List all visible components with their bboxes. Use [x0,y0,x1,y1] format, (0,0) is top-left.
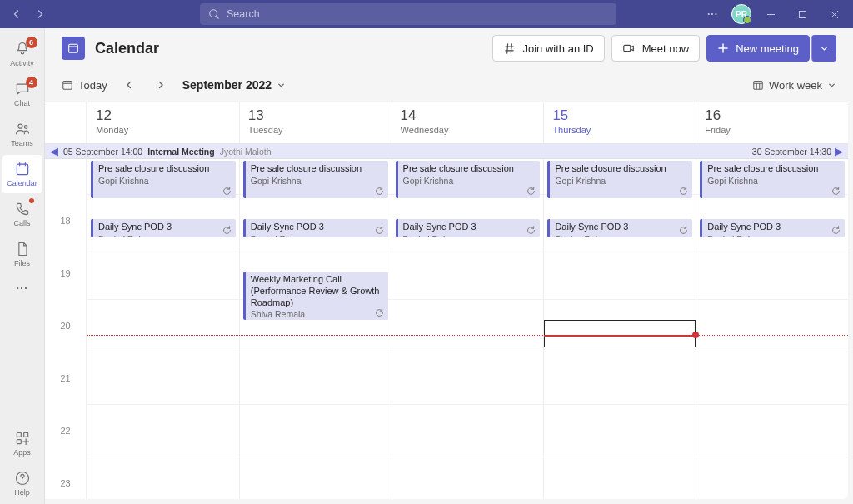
sidebar-item-label: Chat [14,99,30,107]
svg-rect-12 [754,82,763,90]
svg-rect-6 [23,432,27,437]
view-select[interactable]: Work week [752,79,836,92]
calendar-event[interactable]: Daily Sync POD 3Pankaj Rai [243,219,388,237]
maximize-button[interactable] [790,2,815,27]
app-sidebar: Activity 6 Chat 4 Teams Calendar Calls F… [0,28,45,504]
sidebar-item-label: Help [14,488,30,497]
titlebar: ··· PR [0,0,853,28]
search-input[interactable] [227,8,608,20]
day-header[interactable]: 13Tuesday [239,102,392,143]
day-column[interactable]: Pre sale closure discussionGopi Krishna … [696,159,848,499]
sidebar-item-calls[interactable]: Calls [2,195,42,233]
day-header[interactable]: 12Monday [87,102,239,143]
recurring-icon [375,187,384,196]
banner-prev-title[interactable]: Internal Meeting [147,147,215,157]
day-header[interactable]: 14Wednesday [392,102,544,143]
sidebar-item-calendar[interactable]: Calendar [2,155,42,193]
svg-rect-9 [69,44,78,52]
recurring-banner: ◀ 05 September 14:00 Internal Meeting Jy… [45,144,848,159]
banner-prev-button[interactable]: ◀ [50,146,58,157]
svg-rect-11 [63,82,72,90]
chevron-down-icon [277,81,286,90]
calendar-app-icon [62,37,85,60]
help-icon [14,470,31,487]
notification-badge: 6 [26,37,37,48]
recurring-icon [222,226,232,235]
calendar-today-icon [62,79,73,91]
sidebar-item-label: Activity [10,59,34,67]
sidebar-item-label: Calls [13,219,30,227]
hour-label: 23 [45,457,87,499]
file-icon [14,241,31,257]
plus-icon [717,42,729,54]
calendar-event[interactable]: Pre sale closure discussionGopi Krishna [91,161,236,198]
selected-time-slot[interactable] [544,320,696,347]
recurring-icon [375,226,384,235]
sidebar-item-teams[interactable]: Teams [2,115,42,153]
calendar-event[interactable]: Daily Sync POD 3Pankaj Rai [547,219,692,237]
sidebar-item-label: Teams [11,139,33,147]
search-icon [208,8,220,20]
search-box[interactable] [200,3,616,25]
sidebar-item-files[interactable]: Files [2,235,42,273]
new-meeting-button[interactable]: New meeting [706,35,810,62]
recurring-icon [831,226,841,235]
svg-rect-4 [17,164,27,175]
calendar-event[interactable]: Pre sale closure discussionGopi Krishna [243,161,388,198]
notification-dot [29,198,34,203]
day-header-today[interactable]: 15Thursday [543,102,696,143]
nav-back-button[interactable] [7,4,27,24]
sidebar-item-help[interactable]: Help [2,464,42,502]
calendar-event[interactable]: Daily Sync POD 3Pankaj Rai [91,219,236,237]
banner-next-button[interactable]: ▶ [835,146,843,157]
hour-label [45,159,87,194]
day-column[interactable]: Pre sale closure discussionGopi Krishna … [87,159,239,499]
month-picker[interactable]: September 2022 [182,78,286,92]
chevron-down-icon [820,44,829,53]
svg-rect-5 [17,432,21,437]
next-week-button[interactable] [151,75,171,95]
calendar-event[interactable]: Daily Sync POD 3Pankaj Rai [700,219,845,237]
day-header[interactable]: 16Friday [696,102,848,143]
calendar-toolbar: Today September 2022 Work week [45,68,853,102]
page-header: Calendar Join with an ID Meet now New me… [45,28,853,68]
sidebar-more-button[interactable]: ··· [9,275,35,302]
svg-rect-1 [799,11,806,17]
sidebar-item-chat[interactable]: Chat 4 [2,75,42,113]
avatar[interactable]: PR [731,4,751,24]
day-column[interactable]: Pre sale closure discussionGopi Krishna … [392,159,544,499]
day-column-today[interactable]: Pre sale closure discussionGopi Krishna … [543,159,696,499]
recurring-icon [375,308,384,317]
calendar-view-icon [752,79,764,91]
meet-now-button[interactable]: Meet now [611,35,700,62]
teams-icon [14,121,31,137]
join-with-id-button[interactable]: Join with an ID [492,35,604,62]
svg-point-3 [24,126,27,129]
close-button[interactable] [821,2,846,27]
today-label: Today [78,79,107,92]
sidebar-item-activity[interactable]: Activity 6 [2,35,42,73]
minimize-button[interactable] [758,2,783,27]
today-button[interactable]: Today [62,79,107,92]
nav-forward-button[interactable] [30,4,50,24]
calendar-event[interactable]: Pre sale closure discussionGopi Krishna [396,161,541,198]
prev-week-button[interactable] [119,75,139,95]
new-meeting-dropdown-button[interactable] [811,35,836,62]
calendar-event[interactable]: Pre sale closure discussionGopi Krishna [547,161,692,198]
chevron-down-icon [827,81,836,90]
recurring-icon [526,187,536,196]
calendar-event[interactable]: Pre sale closure discussionGopi Krishna [700,161,845,198]
sidebar-item-apps[interactable]: Apps [2,424,42,462]
button-label: Meet now [642,42,689,55]
calendar-event[interactable]: Weekly Marketing Call (Performance Revie… [243,272,388,320]
recurring-icon [526,226,536,235]
notification-badge: 4 [26,77,37,88]
calendar-event[interactable]: Daily Sync POD 3Pankaj Rai [396,219,541,237]
sidebar-item-label: Apps [13,448,31,457]
titlebar-more-button[interactable]: ··· [701,5,725,23]
day-column[interactable]: Pre sale closure discussionGopi Krishna … [239,159,392,499]
current-time-indicator [87,335,848,336]
button-label: Join with an ID [522,42,593,55]
banner-prev-date: 05 September 14:00 [63,147,142,157]
banner-prev-organizer: Jyothi Maloth [220,147,272,157]
